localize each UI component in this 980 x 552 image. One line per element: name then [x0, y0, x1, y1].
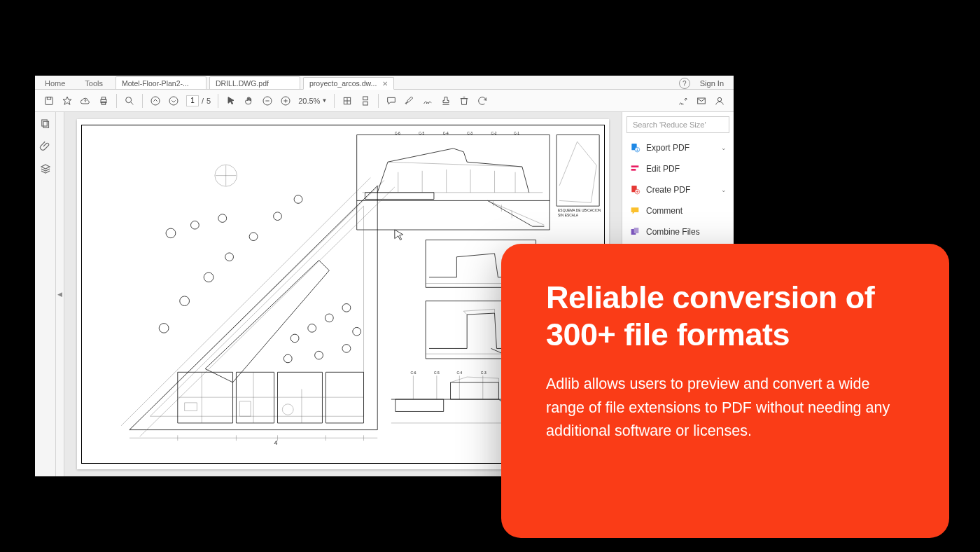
svg-rect-5: [102, 102, 105, 104]
svg-rect-121: [631, 169, 636, 171]
svg-rect-70: [451, 382, 499, 399]
svg-line-44: [488, 200, 545, 225]
search-icon[interactable]: [121, 92, 138, 109]
zoom-level[interactable]: 20.5% ▼: [295, 97, 330, 105]
toolbar: / 5 20.5% ▼: [35, 90, 734, 112]
svg-rect-125: [634, 228, 639, 233]
document-tab-2[interactable]: proyecto_arcos.dw... ✕: [303, 77, 394, 90]
sign-in-link[interactable]: Sign In: [700, 79, 724, 88]
left-nav-rail: [35, 112, 56, 476]
svg-rect-19: [698, 98, 706, 104]
attachments-icon[interactable]: [39, 140, 52, 153]
search-placeholder: Search 'Reduce Size': [633, 120, 706, 129]
tool-edit-pdf[interactable]: Edit PDF: [622, 158, 734, 179]
account-icon[interactable]: [711, 92, 728, 109]
print-icon[interactable]: [95, 92, 112, 109]
scroll-mode-icon[interactable]: [357, 92, 374, 109]
svg-text:C-2: C-2: [491, 132, 497, 135]
chevron-down-icon: ⌄: [721, 186, 727, 193]
tool-export-pdf[interactable]: Export PDF ⌄: [622, 137, 734, 158]
svg-line-77: [121, 178, 370, 426]
cloud-upload-icon[interactable]: [77, 92, 94, 109]
tool-combine-files[interactable]: Combine Files: [622, 221, 734, 242]
hand-icon[interactable]: [241, 92, 258, 109]
promo-body: Adlib allows users to preview and conver…: [546, 373, 907, 443]
comment-icon: [629, 205, 640, 216]
star-icon[interactable]: [59, 92, 76, 109]
svg-text:C-5: C-5: [434, 371, 440, 375]
chevron-down-icon: ▼: [321, 97, 327, 104]
svg-text:C-3: C-3: [481, 371, 486, 375]
zoom-in-icon[interactable]: [277, 92, 294, 109]
stamp-icon[interactable]: [438, 92, 454, 109]
page-down-icon[interactable]: [165, 92, 182, 109]
svg-rect-82: [178, 372, 233, 423]
edit-pdf-icon: [629, 163, 640, 174]
sign-icon[interactable]: [419, 92, 436, 109]
svg-text:C-4: C-4: [443, 132, 449, 135]
fit-icon[interactable]: [339, 92, 356, 109]
tab-home[interactable]: Home: [35, 79, 75, 89]
signature-pen-icon[interactable]: [675, 92, 692, 109]
page-up-icon[interactable]: [147, 92, 164, 109]
svg-marker-74: [150, 206, 363, 416]
svg-point-8: [151, 97, 160, 105]
rotate-icon[interactable]: [474, 92, 491, 109]
svg-rect-83: [236, 372, 274, 423]
svg-point-106: [325, 314, 333, 322]
svg-rect-0: [46, 97, 53, 104]
combine-files-icon: [629, 226, 640, 237]
svg-text:C-3: C-3: [467, 132, 472, 135]
svg-text:4: 4: [274, 439, 278, 446]
tool-label: Create PDF: [646, 185, 690, 195]
svg-rect-85: [326, 372, 363, 423]
promo-card: Reliable conversion of 300+ file formats…: [501, 244, 949, 538]
svg-point-101: [166, 228, 176, 238]
save-icon[interactable]: [41, 92, 57, 109]
svg-point-95: [180, 296, 190, 306]
svg-rect-84: [278, 372, 323, 423]
thumbnails-icon[interactable]: [39, 118, 52, 130]
svg-point-96: [204, 272, 214, 282]
highlight-icon[interactable]: [401, 92, 418, 109]
tabstrip: Home Tools Motel-Floor-Plan2-... DRILL.D…: [35, 76, 734, 90]
pointer-icon[interactable]: [223, 92, 239, 109]
svg-point-111: [353, 327, 361, 336]
svg-rect-4: [102, 97, 105, 99]
export-pdf-icon: [629, 142, 640, 153]
document-tab-1[interactable]: DRILL.DWG.pdf: [209, 76, 300, 89]
mail-icon[interactable]: [693, 92, 710, 109]
svg-line-75: [130, 180, 384, 429]
svg-text:C-4: C-4: [456, 371, 462, 375]
tool-create-pdf[interactable]: Create PDF ⌄: [622, 179, 734, 200]
svg-rect-91: [239, 401, 251, 416]
trash-icon[interactable]: [456, 92, 472, 109]
document-tab-0[interactable]: Motel-Floor-Plan2-...: [115, 76, 206, 89]
tab-tools[interactable]: Tools: [75, 79, 113, 89]
svg-point-109: [315, 351, 323, 359]
svg-point-110: [342, 345, 351, 353]
collapse-panel-button[interactable]: ◀: [56, 112, 64, 476]
zoom-out-icon[interactable]: [259, 92, 276, 109]
page-indicator: / 5: [183, 95, 214, 106]
tool-label: Export PDF: [646, 143, 690, 153]
svg-text:SIN ESCALA: SIN ESCALA: [558, 214, 579, 217]
svg-rect-21: [41, 120, 47, 126]
svg-marker-81: [205, 261, 329, 382]
layers-icon[interactable]: [39, 163, 52, 175]
svg-line-7: [131, 102, 133, 104]
svg-point-92: [282, 404, 293, 415]
svg-point-105: [308, 324, 316, 333]
tools-search-input[interactable]: Search 'Reduce Size': [626, 116, 729, 133]
help-icon[interactable]: ?: [679, 78, 690, 89]
create-pdf-icon: [629, 184, 640, 195]
svg-point-108: [284, 354, 292, 363]
svg-point-98: [249, 233, 258, 241]
svg-point-102: [190, 221, 199, 229]
promo-title: Reliable conversion of 300+ file formats: [546, 279, 907, 353]
comment-bubble-icon[interactable]: [383, 92, 400, 109]
page-current-input[interactable]: [186, 95, 199, 106]
tool-comment[interactable]: Comment: [622, 200, 734, 221]
close-tab-icon[interactable]: ✕: [382, 80, 388, 88]
tool-label: Combine Files: [646, 227, 700, 237]
